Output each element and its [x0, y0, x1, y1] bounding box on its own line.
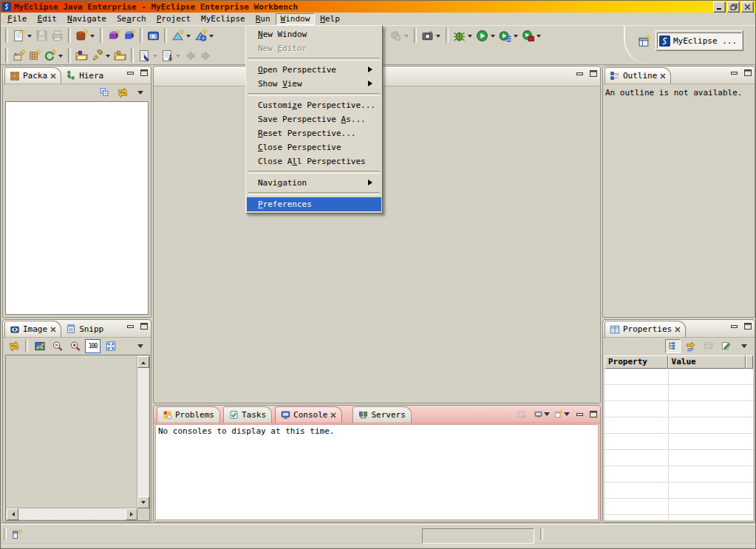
table-row[interactable] [605, 369, 753, 385]
minimize-view-button[interactable] [576, 412, 583, 417]
tab-snippets[interactable]: Snipp [61, 321, 108, 337]
minimize-view-button[interactable] [731, 324, 738, 329]
new-ejb-button[interactable] [106, 27, 121, 44]
column-header-property[interactable]: Property [605, 355, 668, 369]
new-console-button[interactable] [554, 408, 570, 420]
console-output[interactable]: No consoles to display at this time. [155, 424, 599, 520]
column-header-value[interactable]: Value [668, 355, 746, 369]
display-selected-console-button[interactable] [534, 408, 550, 420]
scroll-left-button[interactable] [7, 508, 18, 520]
table-row[interactable] [605, 499, 753, 515]
close-window-button[interactable] [741, 1, 754, 13]
menu-edit[interactable]: Edit [33, 13, 63, 25]
j2ee-button[interactable]: 2.0 [146, 27, 161, 44]
dropdown-arrow-icon[interactable] [468, 35, 472, 40]
package-explorer-tree[interactable] [5, 101, 149, 315]
close-tab-icon[interactable] [50, 73, 56, 79]
maximize-view-button[interactable] [744, 69, 752, 76]
table-row[interactable] [605, 434, 753, 450]
menu-help[interactable]: Help [315, 13, 345, 25]
new-web-module-button[interactable] [121, 27, 137, 44]
menu-window[interactable]: Window [276, 13, 316, 25]
table-row[interactable] [605, 385, 753, 401]
dropdown-arrow-icon[interactable] [90, 35, 95, 40]
refresh-deployment-button[interactable] [42, 47, 65, 64]
menu-item-new-window[interactable]: New Window [247, 27, 381, 41]
tab-tasks[interactable]: Tasks [223, 406, 272, 423]
new-webservice-wizard-button[interactable] [193, 27, 216, 44]
scroll-up-button[interactable] [137, 356, 149, 368]
dropdown-arrow-icon[interactable] [209, 35, 214, 40]
new-wizard-button[interactable] [11, 27, 34, 44]
run-button[interactable] [474, 27, 497, 44]
tab-properties[interactable]: Properties [605, 321, 686, 337]
zoom-out-button[interactable] [50, 339, 65, 353]
menu-item-customize-perspective[interactable]: Customize Perspective... [247, 98, 381, 112]
dropdown-arrow-icon[interactable] [27, 35, 32, 40]
zoom-100-button[interactable]: 100 [85, 339, 101, 353]
run-last-tool-button[interactable] [497, 27, 520, 44]
close-tab-icon[interactable] [660, 73, 666, 79]
menu-project[interactable]: Project [151, 13, 196, 25]
format-brush-button[interactable] [89, 47, 112, 64]
link-with-editor-button[interactable] [115, 86, 130, 100]
scroll-right-button[interactable] [126, 508, 137, 520]
next-annotation-button[interactable] [160, 47, 183, 64]
menu-item-reset-perspective[interactable]: Reset Perspective... [247, 126, 381, 140]
open-folder-button[interactable] [74, 47, 89, 64]
fit-window-button[interactable] [103, 339, 118, 353]
layout-grid-button[interactable] [27, 47, 42, 64]
menu-item-open-perspective[interactable]: Open Perspective [247, 63, 381, 77]
menu-item-show-view[interactable]: Show View [247, 77, 381, 91]
open-perspective-button[interactable] [636, 33, 652, 50]
dropdown-arrow-icon[interactable] [106, 55, 110, 60]
scroll-down-button[interactable] [137, 497, 149, 508]
tab-image-preview[interactable]: Image [4, 321, 61, 337]
view-menu-button[interactable] [736, 339, 752, 353]
zoom-in-button[interactable] [67, 339, 83, 353]
close-tab-icon[interactable] [50, 327, 56, 333]
tab-console[interactable]: Console [275, 406, 342, 423]
maximize-editor-button[interactable] [590, 70, 597, 77]
menu-item-close-all-perspectives[interactable]: Close All Perspectives [247, 154, 381, 168]
vertical-scrollbar[interactable] [137, 356, 149, 508]
dropdown-arrow-icon[interactable] [544, 412, 550, 419]
menu-run[interactable]: Run [251, 13, 276, 25]
maximize-view-button[interactable] [140, 323, 148, 330]
maximize-view-button[interactable] [140, 69, 148, 76]
dropdown-arrow-icon[interactable] [186, 35, 191, 40]
external-tools-button[interactable] [520, 27, 543, 44]
debug-button[interactable] [452, 27, 474, 44]
table-row[interactable] [605, 482, 753, 499]
new-web-project-button[interactable] [74, 27, 97, 44]
fast-view-button[interactable] [12, 528, 23, 540]
tab-servers[interactable]: Servers [353, 406, 411, 423]
import-folder-button[interactable] [112, 47, 128, 64]
table-row[interactable] [605, 515, 753, 520]
horizontal-scrollbar[interactable] [7, 508, 137, 519]
tree-mode-button[interactable] [665, 339, 681, 353]
perspective-switcher-myeclipse[interactable]: MyEclipse ... [655, 30, 743, 51]
tab-hierarchy[interactable]: Hiera [61, 67, 108, 83]
edit-property-button[interactable] [718, 339, 734, 353]
menu-myeclipse[interactable]: MyEclipse [196, 13, 251, 25]
tab-package-explorer[interactable]: Packa [4, 67, 61, 83]
deploy-button[interactable] [11, 47, 27, 64]
restore-window-button[interactable] [727, 1, 740, 13]
minimize-view-button[interactable] [127, 71, 134, 75]
minimize-window-button[interactable] [713, 1, 726, 13]
maximize-view-button[interactable] [744, 323, 752, 330]
table-row[interactable] [605, 450, 753, 466]
dropdown-arrow-icon[interactable] [491, 35, 495, 40]
view-menu-button[interactable] [132, 339, 148, 353]
view-menu-button[interactable] [132, 86, 148, 100]
menu-item-save-perspective-as[interactable]: Save Perspective As... [247, 112, 381, 126]
maximize-view-button[interactable] [590, 411, 597, 417]
minimize-view-button[interactable] [731, 71, 738, 75]
dropdown-arrow-icon[interactable] [537, 35, 541, 40]
last-edit-location-button[interactable] [137, 47, 160, 64]
menu-file[interactable]: File [2, 13, 33, 25]
menu-item-preferences[interactable]: Preferences [247, 197, 381, 211]
menu-navigate[interactable]: Navigate [62, 13, 112, 25]
minimize-editor-button[interactable] [576, 72, 583, 76]
